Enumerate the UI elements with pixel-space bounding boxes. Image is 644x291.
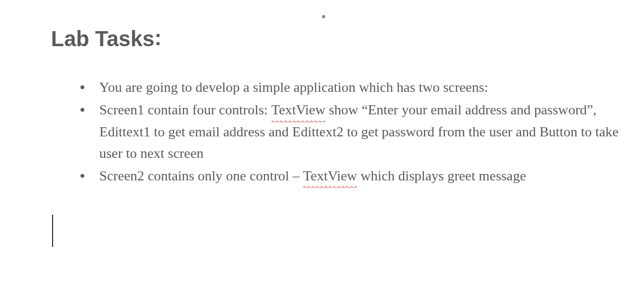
- list-item-text-post: which displays greet message: [357, 168, 526, 184]
- text-cursor: [52, 215, 53, 247]
- list-item: You are going to develop a simple applic…: [80, 77, 623, 98]
- task-list: You are going to develop a simple applic…: [51, 77, 623, 187]
- list-item-text: You are going to develop a simple applic…: [99, 79, 488, 95]
- heading-colon: :: [155, 26, 162, 49]
- list-item: Screen1 contain four controls: TextView …: [80, 99, 623, 164]
- page-heading: Lab Tasks:: [51, 27, 623, 51]
- heading-text: Lab Tasks: [51, 27, 155, 50]
- list-item-text-pre: Screen1 contain four controls:: [99, 102, 272, 118]
- spellcheck-word: TextView: [272, 102, 326, 118]
- document-content: Lab Tasks: You are going to develop a si…: [0, 27, 644, 187]
- list-item: Screen2 contains only one control – Text…: [80, 165, 623, 187]
- spellcheck-underline: TextView: [303, 165, 357, 187]
- spellcheck-underline: TextView: [272, 99, 326, 121]
- spellcheck-word: TextView: [303, 168, 357, 184]
- decorative-dot: [322, 15, 325, 18]
- list-item-text-pre: Screen2 contains only one control –: [99, 168, 303, 184]
